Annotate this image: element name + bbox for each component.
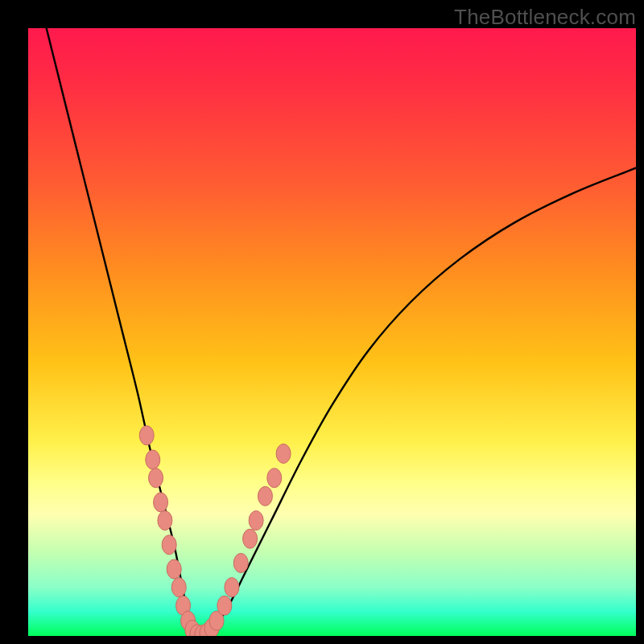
plot-area [28,28,636,636]
chart-frame: TheBottleneck.com [0,0,644,644]
watermark-text: TheBottleneck.com [454,5,636,30]
